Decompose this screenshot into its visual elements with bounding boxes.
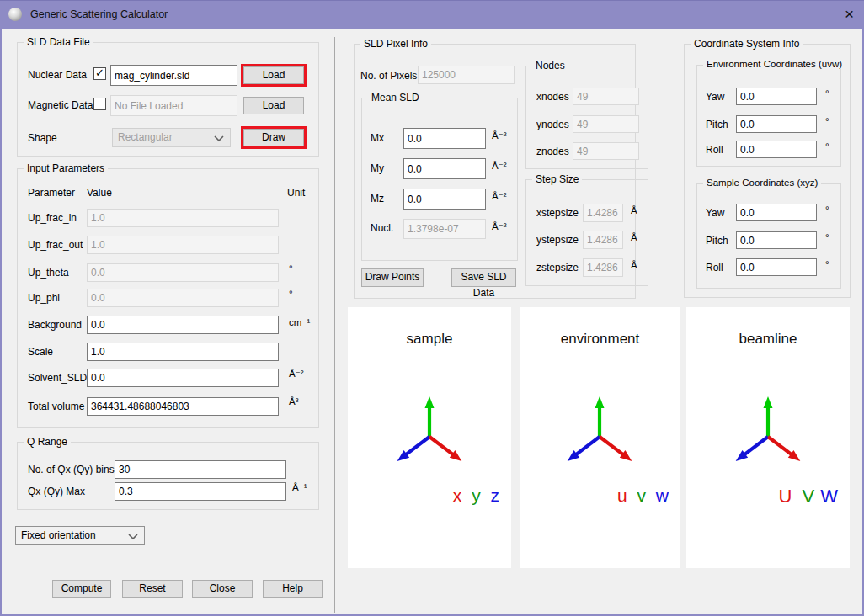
up-phi-input — [87, 289, 279, 307]
up-theta-input — [87, 263, 279, 282]
environment-panel-title: environment — [520, 331, 680, 348]
solvent-sld-unit: Å⁻² — [289, 368, 304, 380]
nuclear-data-file-input[interactable] — [110, 65, 237, 86]
total-volume-input[interactable] — [87, 397, 279, 416]
chevron-down-icon — [128, 534, 138, 540]
x-axis-label: x — [453, 486, 462, 505]
UVW-axes-icon — [705, 381, 831, 482]
z-axis-label: z — [491, 486, 500, 505]
coordinate-system-info-title: Coordinate System Info — [691, 38, 803, 50]
close-button[interactable]: Close — [192, 580, 253, 598]
qx-bins-input[interactable] — [115, 460, 286, 479]
mx-input[interactable] — [403, 128, 486, 149]
xstepsize-input — [583, 204, 623, 222]
qx-max-input[interactable] — [115, 482, 286, 501]
w-axis-label: w — [656, 486, 669, 505]
uvw-axis-labels: u v w — [612, 486, 669, 506]
header-parameter: Parameter — [28, 187, 75, 199]
ystepsize-unit: Å — [631, 232, 637, 242]
save-sld-data-button[interactable]: Save SLD Data — [451, 268, 516, 287]
xyz-axis-labels: x y z — [448, 486, 499, 506]
ynodes-input — [573, 115, 639, 133]
compute-button[interactable]: Compute — [52, 580, 111, 598]
up-phi-unit: ° — [289, 289, 293, 299]
q-range-title: Q Range — [24, 436, 71, 448]
close-icon[interactable]: × — [845, 4, 854, 24]
sample-roll-input[interactable] — [736, 258, 817, 276]
my-input[interactable] — [403, 158, 486, 179]
sample-roll-unit: ° — [825, 259, 829, 269]
up-frac-in-label: Up_frac_in — [28, 212, 77, 224]
env-yaw-input[interactable] — [736, 88, 817, 105]
chevron-down-icon — [214, 135, 224, 142]
my-label: My — [371, 162, 384, 174]
draw-points-button[interactable]: Draw Points — [361, 268, 424, 287]
U-axis-label: U — [778, 486, 792, 507]
znodes-input — [573, 142, 639, 160]
sample-yaw-label: Yaw — [706, 207, 724, 219]
sample-pitch-label: Pitch — [706, 235, 728, 247]
mz-label: Mz — [371, 193, 384, 204]
total-volume-unit: Å³ — [289, 396, 299, 406]
y-axis-label: y — [472, 486, 481, 505]
qx-max-unit: Å⁻¹ — [292, 481, 307, 493]
qx-bins-label: No. of Qx (Qy) bins — [28, 464, 115, 475]
orientation-dropdown[interactable]: Fixed orientation — [15, 526, 145, 545]
env-pitch-unit: ° — [825, 116, 829, 126]
coordinate-system-info-group: Coordinate System Info Environment Coord… — [684, 44, 851, 298]
v-axis-label: v — [637, 486, 646, 505]
ystepsize-label: ystepsize — [536, 234, 579, 246]
mx-unit: Å⁻² — [492, 130, 507, 141]
magnetic-data-checkbox[interactable] — [93, 98, 106, 110]
sample-axes-panel: sample x y z — [348, 307, 511, 568]
xyz-axes-icon — [366, 381, 493, 482]
env-yaw-unit: ° — [825, 88, 829, 98]
u-axis-label: u — [617, 486, 627, 505]
input-parameters-group: Input Parameters Parameter Value Unit Up… — [17, 168, 319, 428]
xstepsize-unit: Å — [631, 205, 637, 215]
nuclear-load-button[interactable]: Load — [243, 66, 304, 84]
orientation-dropdown-value: Fixed orientation — [21, 529, 96, 541]
zstepsize-unit: Å — [631, 260, 637, 270]
env-roll-input[interactable] — [736, 141, 817, 158]
nucl-label: Nucl. — [371, 222, 393, 234]
xstepsize-label: xstepsize — [536, 207, 579, 219]
scale-label: Scale — [28, 346, 53, 358]
sample-yaw-input[interactable] — [736, 204, 817, 221]
sld-pixel-info-title: SLD Pixel Info — [360, 38, 431, 50]
sample-pitch-input[interactable] — [736, 231, 817, 249]
environment-axes-panel: environment u v w — [520, 307, 680, 568]
titlebar: Generic Scattering Calculator × — [0, 0, 864, 29]
reset-button[interactable]: Reset — [122, 580, 183, 598]
sample-yaw-unit: ° — [825, 204, 829, 215]
background-label: Background — [28, 319, 82, 331]
ynodes-label: ynodes — [536, 119, 569, 130]
solvent-sld-label: Solvent_SLD — [28, 372, 87, 384]
sample-coordinates-group: Sample Coordinates (xyz) Yaw ° Pitch ° R… — [696, 183, 841, 289]
nodes-title: Nodes — [532, 60, 568, 72]
scale-input[interactable] — [87, 343, 279, 361]
magnetic-load-button[interactable]: Load — [243, 97, 304, 114]
sample-panel-title: sample — [348, 331, 511, 348]
input-parameters-title: Input Parameters — [24, 162, 108, 174]
nucl-input — [403, 219, 486, 239]
mean-sld-group: Mean SLD Mx Å⁻² My Å⁻² Mz Å⁻² Nucl. Å⁻² — [361, 98, 518, 261]
env-pitch-label: Pitch — [706, 119, 728, 130]
nuclear-data-checkbox[interactable]: ✓ — [93, 67, 106, 80]
sld-data-file-group: SLD Data File Nuclear Data ✓ Load Magnet… — [17, 42, 319, 157]
draw-button[interactable]: Draw — [243, 129, 304, 146]
app-icon — [8, 8, 22, 21]
znodes-label: znodes — [536, 146, 569, 157]
ystepsize-input — [583, 231, 623, 249]
mz-input[interactable] — [403, 189, 486, 210]
background-input[interactable] — [87, 316, 279, 334]
env-pitch-input[interactable] — [736, 115, 817, 133]
shape-label: Shape — [28, 132, 57, 144]
solvent-sld-input[interactable] — [87, 369, 279, 387]
help-button[interactable]: Help — [263, 580, 323, 598]
header-value: Value — [87, 187, 112, 199]
xnodes-label: xnodes — [536, 91, 569, 103]
sld-pixel-info-group: SLD Pixel Info No. of Pixels Mean SLD Mx… — [354, 44, 636, 299]
env-roll-label: Roll — [706, 144, 723, 156]
total-volume-label: Total volume — [28, 401, 84, 412]
